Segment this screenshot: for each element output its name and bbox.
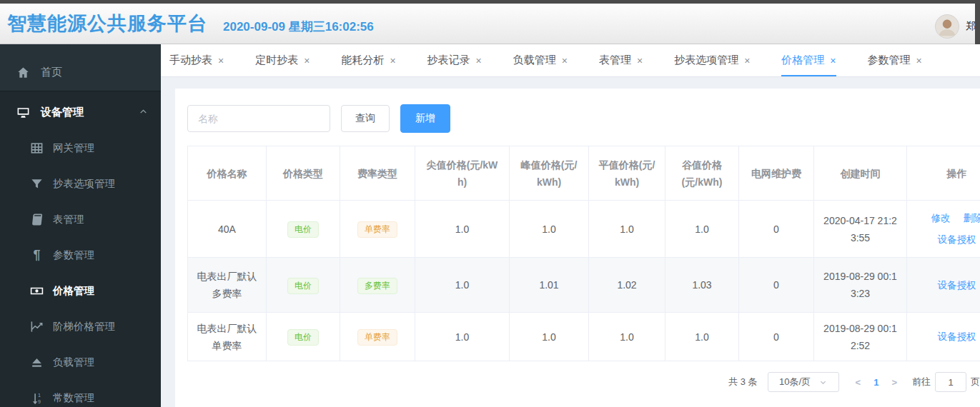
sidebar-item-constant-management[interactable]: 19 常数管理	[0, 380, 161, 407]
tab-meter-management[interactable]: 表管理 ×	[599, 44, 643, 76]
tab-load-management[interactable]: 负载管理 ×	[513, 44, 568, 76]
pilcrow-icon: ¶	[30, 248, 44, 262]
col-peak-price: 峰值价格(元/kWh)	[510, 146, 589, 201]
cell-peak-price: 1.01	[510, 258, 589, 313]
home-icon	[16, 66, 30, 79]
goto-label: 前往	[912, 376, 931, 388]
sidebar-nav: 首页 设备管理 网关管理 抄表选项管理 表管理 ¶ 参数管理	[0, 44, 161, 407]
cell-maintenance-fee: 0	[739, 201, 814, 258]
cell-actions: 设备授权	[907, 258, 980, 313]
sidebar-item-price-management[interactable]: 价格管理	[0, 273, 161, 308]
close-icon[interactable]: ×	[390, 56, 395, 66]
delete-link[interactable]: 删除	[963, 213, 980, 223]
price-table: 价格名称 价格类型 费率类型 尖值价格(元/kWh) 峰值价格(元/kWh) 平…	[187, 146, 980, 361]
sidebar-item-label: 设备管理	[41, 106, 84, 119]
window-corner	[975, 0, 980, 44]
close-icon[interactable]: ×	[304, 56, 310, 66]
close-icon[interactable]: ×	[637, 56, 643, 66]
close-icon[interactable]: ×	[830, 56, 836, 66]
close-icon[interactable]: ×	[476, 56, 482, 66]
cell-valley-price: 1.0	[665, 201, 739, 258]
cell-sharp-price: 1.0	[415, 201, 510, 258]
device-authorize-link[interactable]: 设备授权	[938, 280, 976, 291]
sidebar-item-label: 表管理	[53, 213, 84, 226]
close-icon[interactable]: ×	[218, 56, 224, 66]
cell-maintenance-fee: 0	[739, 258, 814, 313]
cell-price-name: 40A	[188, 201, 267, 258]
chevron-down-icon	[819, 378, 827, 386]
col-price-type: 价格类型	[267, 146, 340, 201]
close-icon[interactable]: ×	[744, 56, 750, 66]
search-input[interactable]	[187, 105, 330, 132]
table-row: 40A 电价 单费率 1.0 1.0 1.0 1.0 0 2020-04-17 …	[188, 201, 980, 258]
goto-page-input[interactable]	[935, 372, 966, 392]
tab-label: 定时抄表	[255, 54, 298, 67]
add-button[interactable]: 新增	[400, 104, 450, 133]
gateway-grid-icon	[30, 141, 44, 155]
next-page-button[interactable]: >	[885, 377, 904, 388]
tab-label: 价格管理	[781, 54, 824, 67]
query-button[interactable]: 查询	[341, 105, 390, 132]
svg-text:9: 9	[38, 398, 41, 404]
avatar-image	[936, 15, 959, 38]
edit-link[interactable]: 修改	[931, 213, 951, 223]
goto-suffix: 页	[971, 376, 980, 388]
tab-label: 手动抄表	[169, 54, 212, 67]
user-menu[interactable]: 郑	[935, 14, 976, 39]
page-number-1[interactable]: 1	[867, 377, 885, 388]
money-bill-icon	[30, 284, 44, 298]
device-authorize-link[interactable]: 设备授权	[938, 234, 976, 245]
main-area: 手动抄表 × 定时抄表 × 能耗分析 × 抄表记录 × 负载管理 × 表管理 ×…	[161, 44, 980, 407]
col-sharp-price: 尖值价格(元/kWh)	[415, 146, 510, 201]
tab-price-management[interactable]: 价格管理 ×	[781, 44, 836, 76]
tab-label: 表管理	[599, 54, 631, 67]
page-size-value: 10条/页	[779, 376, 811, 388]
close-icon[interactable]: ×	[916, 56, 922, 66]
col-rate-type: 费率类型	[340, 146, 415, 201]
pagination: 共 3 条 10条/页 < 1 > 前往 页	[187, 372, 980, 392]
sidebar-item-parameter-management[interactable]: ¶ 参数管理	[0, 237, 161, 273]
cell-price-name: 电表出厂默认多费率	[188, 258, 267, 313]
sidebar-item-label: 阶梯价格管理	[53, 320, 115, 333]
tab-manual-meter-reading[interactable]: 手动抄表 ×	[169, 44, 224, 76]
cell-created-time: 2019-08-29 00:12:52	[814, 313, 907, 361]
sidebar-item-gateway-management[interactable]: 网关管理	[0, 130, 161, 166]
tab-meter-option-management[interactable]: 抄表选项管理 ×	[674, 44, 750, 76]
chart-line-icon	[30, 320, 44, 333]
sidebar-item-home[interactable]: 首页	[0, 56, 161, 89]
tab-label: 抄表记录	[427, 54, 470, 67]
sidebar-item-tiered-price-management[interactable]: 阶梯价格管理	[0, 308, 161, 344]
table-row: 电表出厂默认单费率 电价 单费率 1.0 1.0 1.0 1.0 0 2019-…	[188, 313, 980, 361]
sidebar-item-load-management[interactable]: 负载管理	[0, 344, 161, 380]
sidebar-item-device-management[interactable]: 设备管理	[0, 94, 161, 130]
app-header: 智慧能源公共服务平台 2020-09-09 星期三16:02:56 郑	[0, 4, 980, 44]
tab-energy-analysis[interactable]: 能耗分析 ×	[341, 44, 395, 76]
sidebar-item-label: 价格管理	[53, 284, 94, 298]
tab-label: 负载管理	[513, 54, 556, 67]
page-size-select[interactable]: 10条/页	[768, 372, 839, 392]
user-avatar[interactable]	[935, 14, 959, 39]
tab-label: 能耗分析	[341, 54, 384, 67]
toolbar: 查询 新增	[187, 104, 980, 133]
device-authorize-link[interactable]: 设备授权	[938, 331, 976, 342]
tab-label: 抄表选项管理	[674, 54, 738, 67]
table-row: 电表出厂默认多费率 电价 多费率 1.0 1.01 1.02 1.03 0 20…	[188, 258, 980, 313]
price-table-wrap: 价格名称 价格类型 费率类型 尖值价格(元/kWh) 峰值价格(元/kWh) 平…	[187, 146, 980, 361]
tab-scheduled-meter-reading[interactable]: 定时抄表 ×	[255, 44, 310, 76]
cell-flat-price: 1.0	[589, 313, 665, 361]
cell-price-name: 电表出厂默认单费率	[188, 313, 267, 361]
tab-label: 参数管理	[868, 54, 911, 67]
col-price-name: 价格名称	[188, 146, 267, 201]
prev-page-button[interactable]: <	[849, 377, 868, 388]
tab-meter-records[interactable]: 抄表记录 ×	[427, 44, 482, 76]
tab-parameter-management[interactable]: 参数管理 ×	[868, 44, 922, 76]
col-grid-maintenance-fee: 电网维护费	[739, 146, 814, 201]
app-title: 智慧能源公共服务平台	[7, 11, 207, 36]
cell-flat-price: 1.02	[589, 258, 665, 313]
sidebar-item-meter-option-management[interactable]: 抄表选项管理	[0, 166, 161, 201]
sidebar-item-label: 负载管理	[53, 356, 94, 369]
close-icon[interactable]: ×	[562, 56, 568, 66]
sidebar-item-meter-management[interactable]: 表管理	[0, 201, 161, 237]
eject-icon	[30, 356, 44, 369]
price-type-tag: 电价	[287, 329, 319, 346]
